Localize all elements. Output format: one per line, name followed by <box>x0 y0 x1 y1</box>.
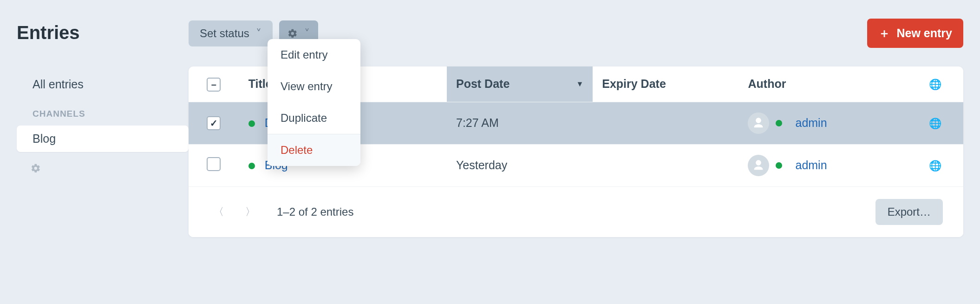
gear-icon <box>31 163 41 173</box>
chevron-left-icon: 〈 <box>214 206 224 218</box>
actions-dropdown: Edit entry View entry Duplicate Delete <box>268 39 360 166</box>
checkbox-indeterminate-icon <box>207 78 221 92</box>
dropdown-item-label: View entry <box>281 80 333 93</box>
header-post-date[interactable]: Post Date ▼ <box>447 66 593 102</box>
row-expiry-date <box>593 102 738 144</box>
plus-icon: ＋ <box>878 25 890 41</box>
status-live-icon <box>776 120 782 126</box>
row-checkbox-cell[interactable] <box>189 144 239 186</box>
row-post-date: Yesterday <box>447 144 593 186</box>
status-live-icon <box>776 162 782 169</box>
checkbox-unchecked-icon <box>207 157 221 171</box>
dropdown-item-label: Duplicate <box>281 112 327 124</box>
dropdown-item-duplicate[interactable]: Duplicate <box>268 102 360 134</box>
header-author[interactable]: Author <box>738 66 907 102</box>
sidebar-item-label: All entries <box>33 78 84 91</box>
status-live-icon <box>248 120 255 127</box>
main: Set status ˅ ˅ ＋ New entry Edit entry Vi… <box>189 0 963 237</box>
gear-icon <box>287 28 298 39</box>
row-author-link: admin <box>795 116 827 130</box>
table-footer: 〈 〉 1–2 of 2 entries Export… <box>189 186 963 237</box>
new-entry-button[interactable]: ＋ New entry <box>867 19 963 48</box>
chevron-down-icon: ˅ <box>256 27 261 40</box>
row-checkbox-cell[interactable] <box>189 102 239 144</box>
checkbox-checked-icon <box>207 116 221 130</box>
page-title: Entries <box>17 22 189 43</box>
header-site[interactable]: 🌐 <box>907 66 963 102</box>
row-site-cell[interactable]: 🌐 <box>907 102 963 144</box>
sidebar-nav: All entries Channels Blog <box>17 71 189 152</box>
sidebar-item-label: Blog <box>33 132 56 145</box>
dropdown-item-label: Delete <box>281 144 313 156</box>
user-icon <box>752 159 765 172</box>
dropdown-item-label: Edit entry <box>281 48 327 61</box>
header-expiry-date[interactable]: Expiry Date <box>593 66 738 102</box>
sidebar-item-all-entries[interactable]: All entries <box>17 71 189 98</box>
header-checkbox[interactable] <box>189 66 239 102</box>
set-status-button[interactable]: Set status ˅ <box>189 20 273 46</box>
globe-icon: 🌐 <box>929 79 941 90</box>
dropdown-item-delete[interactable]: Delete <box>268 134 360 166</box>
export-label: Export… <box>888 205 931 218</box>
header-post-date-label: Post Date <box>456 77 510 90</box>
row-site-cell[interactable]: 🌐 <box>907 144 963 186</box>
dropdown-item-view[interactable]: View entry <box>268 71 360 102</box>
next-page-button[interactable]: 〉 <box>241 202 260 222</box>
set-status-label: Set status <box>200 27 249 40</box>
row-post-date: 7:27 AM <box>447 102 593 144</box>
pagination-info: 1–2 of 2 entries <box>277 205 353 218</box>
globe-icon: 🌐 <box>929 118 941 129</box>
avatar <box>748 112 769 134</box>
sidebar-settings-button[interactable] <box>31 163 41 173</box>
row-author-cell[interactable]: admin <box>738 102 907 144</box>
row-author-link: admin <box>795 159 827 172</box>
prev-page-button[interactable]: 〈 <box>209 202 229 222</box>
sort-desc-icon: ▼ <box>576 80 583 88</box>
globe-icon: 🌐 <box>929 160 941 172</box>
avatar <box>748 155 769 176</box>
sidebar-section-heading: Channels <box>17 102 189 126</box>
dropdown-item-edit[interactable]: Edit entry <box>268 39 360 71</box>
chevron-down-icon: ˅ <box>304 27 310 40</box>
row-expiry-date <box>593 144 738 186</box>
export-button[interactable]: Export… <box>875 199 943 225</box>
new-entry-label: New entry <box>897 26 952 40</box>
user-icon <box>752 117 765 130</box>
sidebar: Entries All entries Channels Blog <box>17 0 189 237</box>
sidebar-item-blog[interactable]: Blog <box>17 126 189 152</box>
status-live-icon <box>248 163 255 169</box>
chevron-right-icon: 〉 <box>245 206 255 218</box>
row-author-cell[interactable]: admin <box>738 144 907 186</box>
